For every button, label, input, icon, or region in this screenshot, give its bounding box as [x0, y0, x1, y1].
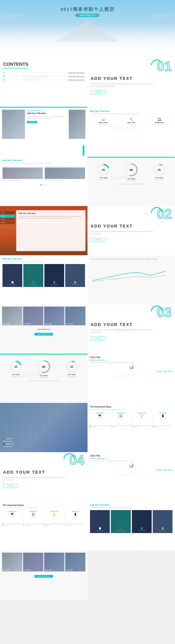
row-2: 515PPT CONTENTS 01 Add Your Text Here 02… [0, 58, 175, 108]
photo-grid-2-slide: TEXT HERE TEXT HERE TEXT HERE TEXT HERE … [0, 550, 87, 600]
icon-text-1: Lorem ipsum dolor sit [91, 124, 115, 125]
item-text-2: Add Your Text Here [68, 76, 84, 78]
tl-item-2: 2014.09.19 🎧 Lorem ipsum [111, 412, 130, 420]
important2-body: Lorem ipsum dolor sit amet. Maecenas por… [2, 507, 85, 509]
chart2-1-num: 45 [14, 365, 17, 368]
sunset-title: Add Your Title Here [18, 212, 83, 214]
team-title: Add Your Title Here [2, 159, 85, 162]
tl-item-4: 2017.08.11 📱 Lorem ipsum [153, 412, 173, 420]
photo-nav-btn[interactable]: ADD YOUR TITLE [35, 333, 53, 336]
tl-desc-3: Lorem ipsum dolor sit amet consectetur a… [132, 425, 152, 428]
dark-cards-title: Add Your Title Here [2, 258, 85, 260]
contact-03[interactable]: CONTACT [91, 336, 106, 340]
card2-1-label: TEXT HERE [91, 530, 109, 532]
power-point-text-2: Power Your Point [90, 469, 173, 471]
timeline-row: 2010.02.23 🖥️ Lorem ipsum 2014.09.19 🎧 L… [90, 412, 173, 423]
tl2-desc-2: Lorem ipsum dolor sit amet consectetur a… [23, 523, 43, 526]
important2-heading: The Important Days [2, 504, 85, 506]
label-name: 👤 TuanjiPPT [3, 438, 14, 440]
chart2-1: 45 TEXT HERE Lorem ipsum dolor [9, 360, 22, 377]
chart2-2-num: 80 [42, 365, 46, 368]
row-10: 04 04 ADD YOUR TEXT Lorem ipsum dolor si… [0, 452, 175, 501]
tl2-item-4: 2017.08.11 📱 Lorem ipsum [66, 511, 85, 518]
sunset-whitebox: Add Your Title Here Lorem ipsum dolor si… [16, 210, 85, 251]
slide-04: 04 04 ADD YOUR TEXT Lorem ipsum dolor si… [0, 452, 87, 501]
icons-body: Lorem ipsum dolor sit amet, consectetur … [90, 113, 173, 115]
contact-button[interactable]: CONTACT [91, 90, 106, 94]
label-email: 🏠 tianqi.ppt.cn [3, 445, 14, 448]
row-6: Add Your Title Here Lorem ipsum dolor si… [0, 255, 175, 304]
photo-g-4: TEXT HERE [65, 306, 85, 325]
chart-title-2-sub: Add Your Title Here [90, 458, 173, 460]
row-4: Add Your Title Here Lorem ipsum dolor si… [0, 157, 175, 206]
contact-02[interactable]: CONTACT [91, 238, 106, 242]
chart-2-label: TEXT HERE [124, 178, 139, 180]
photo-g-3: TEXT HERE [44, 306, 64, 325]
tl-line-3 [152, 414, 153, 423]
add-text-03: ADD YOUR TEXT [91, 322, 172, 327]
tl2-date-4: 2017.08.11 [66, 511, 85, 512]
profile-labels: 👤 TuanjiPPT 🏢 shenyuling 📱 18800047542 🏠… [3, 438, 14, 448]
item-line-1 [10, 73, 67, 73]
card2-1-icon: 📄 [91, 527, 109, 530]
photo-label-3: TEXT HERE [45, 323, 52, 324]
photo-grid-slide: TEXT HERE TEXT HERE TEXT HERE TEXT HERE … [0, 304, 87, 354]
tl-desc-1: Lorem ipsum dolor sit amet consectetur a… [90, 425, 110, 428]
sunset-slide: ITEM 1 ITEM 2 ITEM 3 ITEM 4 Add Your Tit… [0, 206, 87, 255]
tl2-item-1: 2010.02.23 🖥️ Lorem ipsum [2, 511, 22, 518]
icon-label-2: Write a title [120, 122, 143, 123]
chart2-3: 35 TEXT HERE Lorem ipsum dolor [65, 360, 78, 377]
chart-title-2-body: Lorem ipsum dolor sit amet consectetur a… [90, 460, 173, 462]
row-12: TEXT HERE TEXT HERE TEXT HERE TEXT HERE … [0, 550, 175, 600]
url-button[interactable]: www.515ppt.com [75, 14, 100, 17]
chart-1-num: 45 [102, 168, 105, 172]
photo-nav-btn-2[interactable]: ADD YOUR TITLE [35, 575, 53, 578]
tl-icon-1: 🖥️ [90, 414, 109, 417]
tl2-date-1: 2010.02.23 [2, 511, 22, 512]
tl-line-2 [131, 414, 132, 423]
sunset-body: Lorem ipsum dolor sit amet, consectetur … [18, 216, 83, 219]
slide02-body: Lorem ipsum dolor sit amet, consectetur … [91, 230, 172, 235]
tl2-text-3: Lorem ipsum [45, 516, 64, 518]
label-phone: 📱 18800047542 [3, 443, 14, 446]
photo-g2-2: TEXT HERE [23, 553, 43, 572]
chart2-3-circle: 35 [65, 360, 78, 373]
icon-card-1: 📖 Open a book Lorem ipsum dolor sit [90, 116, 116, 126]
chart-1-label: TEXT HERE [97, 177, 110, 178]
card-4: 📗 TEXT HERE [65, 264, 85, 287]
chart-title-sub: Add Your Title Here [90, 359, 173, 361]
bar-chart-icon-2: 📊 [129, 463, 134, 468]
card2-2: 🌿 TEXT HERE [111, 510, 131, 533]
add-text-04: ADD YOUR TEXT [3, 470, 84, 475]
contact-04[interactable]: CONTACT [3, 484, 18, 488]
chart-title-right-slide: 515PPT Chart Title Add Your Title Here L… [87, 354, 175, 403]
member1-text: Lorem ipsum dolor sit amet consectetur [2, 180, 43, 181]
sidebar-2: ITEM 2 [0, 214, 15, 218]
important-body: Lorem ipsum dolor sit amet. Maecenas por… [90, 408, 173, 410]
label-dept: 🏢 shenyuling [3, 440, 14, 443]
card2-3-icon: 📘 [133, 527, 151, 530]
chart-2-sub: Lorem ipsum dolor [124, 180, 139, 181]
photo-1 [2, 110, 25, 139]
chart2-3-num: 35 [70, 365, 73, 368]
member2-subtext: Lorem ipsum dolor sit amet [45, 166, 85, 167]
team-body: Lorem ipsum dolor sit amet, consectetur … [2, 162, 85, 164]
slide01-body: Lorem ipsum dolor sit amet, consectetur … [91, 82, 172, 87]
dark-cards-2-body: Lorem ipsum dolor sit amet, consectetur … [90, 507, 173, 508]
tl-text-1: Lorem ipsum [90, 418, 109, 420]
important-heading: The Important Days [90, 406, 173, 408]
power-point-text: Power Your Point [90, 370, 173, 373]
photo-g2-4: TEXT HERE [65, 553, 85, 572]
tag-label: TuanjiPPT [27, 121, 37, 123]
cards-row: 📄 TEXT HERE 🌿 TEXT HERE 📘 TEXT HERE 📗 TE… [2, 264, 85, 287]
icons-row: 📖 Open a book Lorem ipsum dolor sit ✏️ W… [90, 116, 173, 126]
pie-charts-slide: 515PPT 45 TEXT HERE Lorem ipsum dolor [87, 157, 175, 206]
tl2-icon-2: 🎧 [23, 513, 43, 516]
contents-item-2: 02 Add Your Text Here [3, 75, 84, 78]
row-8: 515PPT 45 TEXT HERE Lorem ipsum dolor [0, 354, 175, 403]
photo-g2-label-2: TEXT HERE [24, 569, 31, 570]
chart-title-main: Chart Title [90, 356, 173, 358]
num-outline: 01 [157, 60, 172, 73]
team-row: Lorem ipsum dolor sit amet Lorem ipsum d… [2, 166, 85, 181]
tl-text-4: Lorem ipsum [153, 418, 173, 420]
